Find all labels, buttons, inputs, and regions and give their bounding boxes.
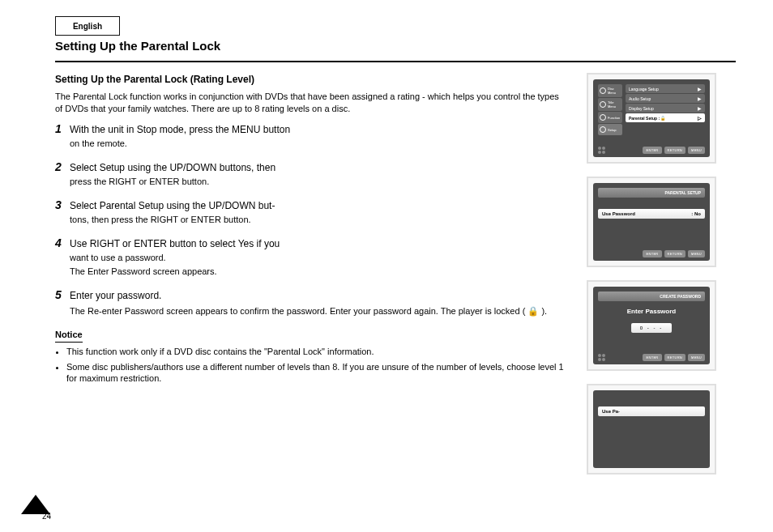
step-list: 1 With the unit in Stop mode, press the … <box>55 121 567 317</box>
screenshot-create-password: CREATE PASSWORD Enter Password 0 - - - E… <box>587 280 716 371</box>
osd-main-label: Parental Setup : 🔓 <box>629 116 665 121</box>
osd-main-item: Display Setup▶ <box>626 104 705 113</box>
step-4: 4 Use RIGHT or ENTER button to select Ye… <box>55 236 567 279</box>
step-number: 2 <box>55 160 70 175</box>
osd-field-label: Use Password <box>602 211 635 216</box>
step-number: 3 <box>55 198 70 213</box>
step-text: Select Setup using the UP/DOWN buttons, … <box>70 161 275 174</box>
step-text: With the unit in Stop mode, press the ME… <box>70 123 290 136</box>
screenshot-locked-row: Use Pa- <box>587 384 716 475</box>
osd-prompt: Enter Password <box>598 308 705 315</box>
dpad-icon <box>598 147 608 154</box>
osd-screen-title: CREATE PASSWORD <box>598 292 705 301</box>
osd-button-bar: ENTER RETURN MENU <box>598 351 705 361</box>
osd-enter-button: ENTER <box>643 354 661 361</box>
notice-title: Notice <box>55 329 83 343</box>
step-text: want to use a password. <box>70 252 280 264</box>
osd-main-label: Display Setup <box>629 106 654 111</box>
main-content: Setting Up the Parental Lock (Rating Lev… <box>55 73 567 388</box>
step-2: 2 Select Setup using the UP/DOWN buttons… <box>55 160 567 189</box>
step-text: The Enter Password screen appears. <box>70 266 280 278</box>
osd-main-menu: Language Setup▶ Audio Setup▶ Display Set… <box>626 84 705 135</box>
screenshot-setup-menu: Disc Menu Title Menu Function Setup Lang… <box>587 73 716 164</box>
chevron-right-icon: ▶ <box>698 105 702 111</box>
menu-icon <box>600 114 606 121</box>
step-text: on the remote. <box>70 138 290 150</box>
step-1: 1 With the unit in Stop mode, press the … <box>55 121 567 151</box>
osd-field-value: : No <box>691 211 701 216</box>
osd-main-label: Audio Setup <box>629 96 651 101</box>
screenshots-column: Disc Menu Title Menu Function Setup Lang… <box>587 73 736 475</box>
osd-return-button: RETURN <box>664 147 685 154</box>
osd-side-label: Setup <box>608 128 616 132</box>
osd-password-field: 0 - - - <box>631 323 672 333</box>
osd-side-item: Disc Menu <box>598 84 622 97</box>
osd-field-row: Use Password : No <box>598 209 705 219</box>
osd-menu-button: MENU <box>688 250 705 257</box>
step-detail: The Re-enter Password screen appears to … <box>70 305 567 317</box>
step-5: 5 Enter your password. The Re-enter Pass… <box>55 287 567 317</box>
osd-field-row: Use Pa- <box>598 406 705 416</box>
chevron-right-icon: ▶ <box>698 86 702 92</box>
step-text: Select Parental Setup using the UP/DOWN … <box>70 199 275 212</box>
intro-text: The Parental Lock function works in conj… <box>55 91 567 115</box>
step-number: 5 <box>55 287 70 303</box>
page-heading: Setting Up the Parental Lock <box>55 39 220 53</box>
osd-side-label: Function <box>608 116 620 120</box>
heading-rule <box>55 61 736 62</box>
osd-return-button: RETURN <box>664 250 685 257</box>
osd-menu-button: MENU <box>688 354 705 361</box>
lock-open-icon: 🔓 <box>660 116 665 121</box>
step-number: 1 <box>55 121 70 137</box>
dpad-icon <box>598 354 608 361</box>
notice-item: Some disc publishers/authors use a diffe… <box>66 361 567 385</box>
osd-main-item: Language Setup▶ <box>626 84 705 93</box>
osd-enter-button: ENTER <box>643 147 661 154</box>
menu-icon <box>600 87 606 94</box>
step-number: 4 <box>55 236 70 251</box>
osd-side-item: Function <box>598 112 622 123</box>
screenshot-parental-setup: PARENTAL SETUP Use Password : No ENTER R… <box>587 177 716 267</box>
osd-screen-title: PARENTAL SETUP <box>598 188 705 198</box>
osd-main-item-highlight: Parental Setup : 🔓 ▷ <box>626 113 705 122</box>
osd-menu-button: MENU <box>688 147 705 154</box>
osd-side-label: Disc Menu <box>608 87 621 95</box>
chevron-right-icon: ▷ <box>698 115 702 121</box>
step-text: tons, then press the RIGHT or ENTER butt… <box>70 214 275 226</box>
page-tab: English <box>55 16 120 36</box>
menu-icon <box>600 101 606 108</box>
step-text: press the RIGHT or ENTER button. <box>70 176 275 188</box>
osd-button-bar <box>598 462 705 465</box>
osd-main-label: Language Setup <box>629 87 659 92</box>
osd-side-item-selected: Setup <box>598 124 622 135</box>
chevron-right-icon: ▶ <box>698 96 702 101</box>
page-number: 24 <box>42 512 51 521</box>
step-text: Enter your password. <box>70 289 161 302</box>
section-subtitle: Setting Up the Parental Lock (Rating Lev… <box>55 73 567 86</box>
step-text: Use RIGHT or ENTER button to select Yes … <box>70 237 280 250</box>
notice-item: This function work only if a DVD disc co… <box>66 346 567 358</box>
notice-block: Notice This function work only if a DVD … <box>55 329 567 385</box>
osd-main-item: Audio Setup▶ <box>626 94 705 103</box>
step-3: 3 Select Parental Setup using the UP/DOW… <box>55 198 567 228</box>
osd-side-menu: Disc Menu Title Menu Function Setup <box>598 84 622 135</box>
gear-icon <box>600 126 606 133</box>
osd-side-item: Title Menu <box>598 98 622 111</box>
osd-enter-button: ENTER <box>643 250 661 257</box>
osd-button-bar: ENTER RETURN MENU <box>598 143 705 154</box>
osd-button-bar: ENTER RETURN MENU <box>598 247 705 257</box>
osd-return-button: RETURN <box>664 354 685 361</box>
osd-side-label: Title Menu <box>608 100 621 109</box>
